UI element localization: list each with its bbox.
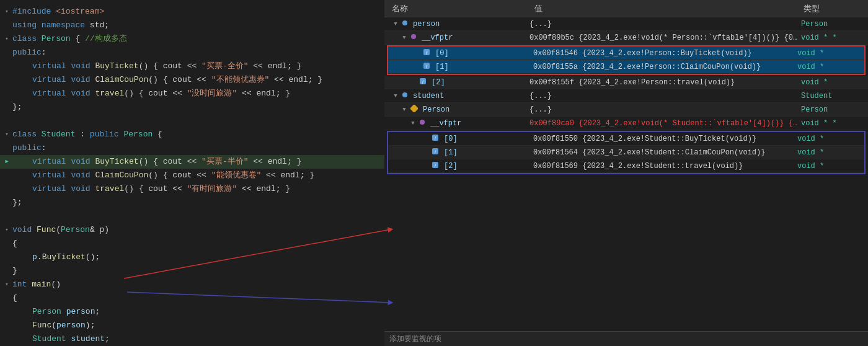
code-token: .	[37, 251, 42, 264]
expand-btn[interactable]: ▼	[401, 34, 408, 42]
debug-row-name: f[0]	[393, 48, 531, 58]
code-token: :	[42, 141, 46, 155]
code-token	[91, 87, 95, 100]
debug-value: 0x00f81564 {2023_4_2.exe!Student::ClaimC…	[531, 148, 797, 157]
fold-icon	[2, 239, 11, 248]
code-line-l17: ▾void Func(Person& p)	[0, 223, 384, 237]
debug-row-r5[interactable]: f[2]0x00f8155f {2023_4_2.exe!Person::tra…	[384, 76, 868, 89]
code-token: main	[32, 278, 51, 291]
code-token: Person	[123, 128, 153, 141]
code-token: () { cout <<	[148, 169, 211, 182]
row-icon	[410, 105, 418, 115]
fold-icon	[2, 103, 11, 112]
debug-value: 0x00f8155a {2023_4_2.exe!Person::ClaimCo…	[531, 63, 797, 71]
code-token	[91, 60, 95, 73]
code-line-l6: virtual void ClaimCouPon() { cout << "不能…	[0, 73, 384, 87]
debug-row-name: f[1]	[393, 148, 531, 157]
debug-name-text: [2]	[444, 162, 458, 171]
code-token	[37, 128, 42, 141]
debug-row-r3[interactable]: f[0]0x00f81546 {2023_4_2.exe!Person::Buy…	[388, 47, 864, 60]
code-token: void	[12, 223, 32, 237]
expand-btn[interactable]: ▼	[392, 92, 399, 100]
code-token: ClaimCouPon	[95, 169, 148, 182]
code-line-l13: virtual void ClaimCouPon() { cout << "能领…	[0, 169, 384, 182]
code-token: int	[12, 278, 27, 291]
code-token: virtual	[32, 182, 66, 196]
debug-row-r9[interactable]: f[0]0x00f81550 {2023_4_2.exe!Student::Bu…	[388, 132, 864, 146]
fold-icon	[2, 212, 11, 221]
code-token	[37, 32, 42, 46]
debug-row-r1[interactable]: ▼person{...}Person	[384, 17, 868, 31]
expand-btn[interactable]: ▼	[392, 20, 399, 28]
code-token: << endl; }	[261, 169, 314, 182]
debug-row-r7[interactable]: ▼Person{...}Person	[384, 103, 868, 117]
code-token: );	[86, 319, 95, 332]
fold-icon	[2, 267, 11, 275]
fold-icon[interactable]: ▾	[2, 130, 11, 139]
code-token: void	[71, 169, 90, 182]
code-token: ClaimCouPon	[95, 73, 148, 87]
code-token: ;	[105, 332, 110, 346]
expand-btn[interactable]: ▼	[401, 106, 408, 113]
code-token: :	[42, 46, 46, 60]
code-token: virtual	[32, 87, 66, 100]
debug-row-r4[interactable]: f[1]0x00f8155a {2023_4_2.exe!Person::Cla…	[388, 60, 864, 74]
debug-row-name: f[1]	[393, 62, 531, 72]
fold-icon	[2, 117, 11, 125]
code-token: << endl; }	[249, 155, 302, 169]
code-token: Student	[32, 332, 66, 346]
code-token: class	[12, 32, 37, 46]
debug-type: Person	[801, 20, 863, 29]
debug-type: void *	[797, 162, 859, 171]
code-line-l3: ▾class Person { //构成多态	[0, 32, 384, 46]
code-token: << endl; }	[237, 182, 290, 196]
debug-table-body[interactable]: ▼person{...}Person▼__vfptr0x00f89b5c {20…	[384, 17, 868, 331]
code-token: << endl; }	[237, 87, 290, 100]
fold-icon[interactable]: ▾	[2, 226, 11, 234]
code-token: Person	[61, 223, 90, 237]
debug-row-r2[interactable]: ▼__vfptr0x00f89b5c {2023_4_2.exe!void(* …	[384, 31, 868, 45]
code-line-l20: }	[0, 264, 384, 278]
code-token: };	[12, 100, 22, 114]
fold-icon	[2, 198, 11, 207]
fold-icon[interactable]: ►	[2, 157, 11, 166]
code-token: () { cout <<	[124, 87, 187, 100]
code-token: Student	[42, 128, 76, 141]
code-token: class	[12, 128, 37, 141]
code-token: public	[12, 141, 42, 155]
fold-icon[interactable]: ▾	[2, 7, 11, 16]
code-line-l4: public:	[0, 46, 384, 60]
row-icon	[410, 33, 417, 42]
code-line-l7: virtual void travel() { cout << "没时间旅游" …	[0, 87, 384, 100]
code-token	[66, 73, 71, 87]
fold-icon	[2, 171, 11, 180]
code-token: {	[12, 291, 17, 305]
row-icon: f	[432, 161, 439, 171]
expand-btn[interactable]: ▼	[409, 120, 417, 127]
debug-row-name: ▼__vfptr	[389, 33, 527, 42]
debug-row-r10[interactable]: f[1]0x00f81564 {2023_4_2.exe!Student::Cl…	[388, 146, 864, 159]
code-token	[66, 87, 71, 100]
code-line-l10: ▾class Student : public Person {	[0, 128, 384, 141]
debug-value: 0x00f89ca0 {2023_4_2.exe!void(* Student:…	[527, 119, 801, 128]
fold-icon	[2, 321, 11, 330]
code-line-l22: {	[0, 291, 384, 305]
svg-point-1	[411, 34, 416, 39]
fold-icon	[2, 76, 11, 84]
debug-name-text: __vfptr	[430, 119, 461, 128]
debug-row-r8[interactable]: ▼__vfptr0x00f89ca0 {2023_4_2.exe!void(* …	[384, 117, 868, 130]
code-token: Person	[32, 305, 61, 319]
fold-icon[interactable]: ▾	[2, 280, 11, 289]
code-token: Func	[32, 319, 51, 332]
code-line-l25: Student student;	[0, 332, 384, 346]
code-line-l21: ▾int main()	[0, 278, 384, 291]
debug-row-r6[interactable]: ▼student{...}Student	[384, 89, 868, 103]
code-token: person	[66, 305, 95, 319]
debug-row-r11[interactable]: f[2]0x00f81569 {2023_4_2.exe!Student::tr…	[388, 159, 864, 173]
add-watch-bar[interactable]: 添加要监视的项	[384, 331, 868, 346]
code-token: namespace	[42, 19, 85, 32]
code-token: ;	[95, 305, 100, 319]
code-line-l14: virtual void travel() { cout << "有时间旅游" …	[0, 182, 384, 196]
code-token: {	[12, 237, 17, 251]
fold-icon[interactable]: ▾	[2, 35, 11, 43]
